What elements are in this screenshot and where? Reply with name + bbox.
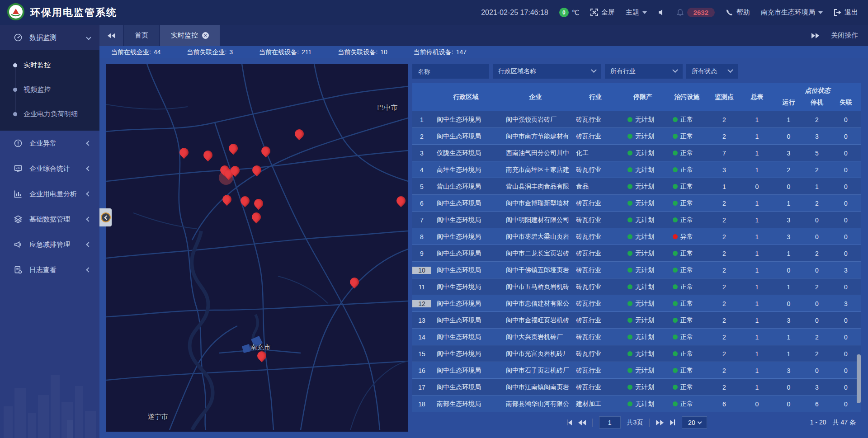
- cell-stop: 2: [803, 166, 830, 174]
- table-row[interactable]: 7阆中生态环境局阆中明阳建材有限公司砖瓦行业无计划正常21300: [412, 212, 861, 228]
- table-row[interactable]: 5营山生态环境局营山县润丰肉食品有限食品无计划正常10010: [412, 178, 861, 195]
- notifications-button[interactable]: 2632: [676, 8, 715, 17]
- org-dropdown[interactable]: 南充市生态环境局: [761, 8, 823, 17]
- sidebar-group-label: 企业异常: [29, 139, 87, 148]
- col-group-point-status: 点位状态: [774, 83, 861, 99]
- status-dot-icon: [627, 268, 632, 273]
- status-dot-icon: [673, 318, 678, 323]
- cell-company: 西南油气田分公司川中: [500, 149, 571, 157]
- table-row[interactable]: 15阆中生态环境局阆中市光富页岩机砖厂砖瓦行业无计划正常21120: [412, 345, 861, 362]
- mute-button[interactable]: [658, 9, 665, 16]
- logout-button[interactable]: 退出: [834, 8, 858, 17]
- table-row[interactable]: 16阆中生态环境局阆中市石子页岩机砖厂砖瓦行业无计划正常21300: [412, 362, 861, 379]
- sidebar-group-企业异常[interactable]: 企业异常: [0, 131, 99, 156]
- cell-company: 阆中大兴页岩机砖厂: [500, 333, 571, 341]
- cell-meters: 1: [740, 317, 774, 324]
- tab-realtime-monitor[interactable]: 实时监控 ✕: [160, 25, 220, 46]
- table-row[interactable]: 13阆中生态环境局阆中市金福旺页岩机砖砖瓦行业无计划正常21300: [412, 312, 861, 329]
- cell-meters: 1: [740, 283, 774, 291]
- sidebar-group-企业用电量分析[interactable]: 企业用电量分析: [0, 181, 99, 207]
- table-body[interactable]: 1阆中生态环境局阆中强锐页岩砖厂砖瓦行业无计划正常211202阆中生态环境局阆中…: [412, 111, 861, 413]
- status-select[interactable]: 所有状态: [686, 64, 738, 79]
- region-select[interactable]: 行政区域名称: [493, 64, 601, 79]
- table-row[interactable]: 11阆中生态环境局阆中市五马桥页岩机砖砖瓦行业无计划正常21120: [412, 278, 861, 295]
- industry-select[interactable]: 所有行业: [605, 64, 683, 79]
- phone-icon: [726, 9, 733, 16]
- sidebar-collapse-button[interactable]: [99, 208, 112, 226]
- total-pages-label: 共3页: [627, 419, 643, 427]
- prev-page-button[interactable]: [578, 420, 586, 425]
- name-search-input[interactable]: [412, 64, 489, 79]
- close-operations-button[interactable]: 关闭操作: [831, 31, 858, 40]
- sidebar-item-企业电力负荷明细[interactable]: 企业电力负荷明细: [0, 102, 99, 126]
- tab-close-icon[interactable]: ✕: [202, 32, 209, 39]
- sidebar-item-实时监控[interactable]: 实时监控: [0, 53, 99, 77]
- sidebar-group-基础数据管理[interactable]: 基础数据管理: [0, 207, 99, 232]
- chevron-icon: [86, 191, 91, 196]
- table-row[interactable]: 1阆中生态环境局阆中强锐页岩砖厂砖瓦行业无计划正常21120: [412, 111, 861, 128]
- pagination-bar: 1 共3页 20: [412, 413, 861, 432]
- cell-region: 阆中生态环境局: [431, 316, 500, 325]
- cell-company: 阆中明阳建材有限公司: [500, 216, 571, 224]
- status-dot-icon: [673, 368, 678, 373]
- help-button[interactable]: 帮助: [726, 8, 750, 17]
- tab-home[interactable]: 首页: [124, 25, 159, 46]
- fullscreen-button[interactable]: 全屏: [590, 8, 615, 17]
- cell-rownum: 2: [412, 133, 431, 140]
- double-chevron-left-icon: [108, 33, 115, 38]
- stat-label: 当前失联企业:: [187, 48, 226, 57]
- table-row[interactable]: 17阆中生态环境局阆中市江南镇阆南页岩砖瓦行业无计划正常21030: [412, 379, 861, 396]
- chevron-left-icon: [101, 212, 111, 222]
- cell-rownum: 14: [412, 334, 431, 341]
- cell-limit-status: 无计划: [620, 149, 665, 157]
- cell-meters: 1: [740, 133, 774, 140]
- status-dot-icon: [673, 301, 678, 306]
- last-page-button[interactable]: [670, 419, 675, 425]
- first-page-button[interactable]: [566, 419, 572, 425]
- table-row[interactable]: 14阆中生态环境局阆中大兴页岩机砖厂砖瓦行业无计划正常21120: [412, 329, 861, 345]
- cell-stop: 2: [803, 334, 830, 341]
- sidebar-group-日志查看[interactable]: 日志查看: [0, 257, 99, 283]
- top-header: 环保用电监管系统 2021-02-25 17:46:18 0 ℃ 全屏 主题: [0, 0, 868, 25]
- cell-meters: 1: [740, 267, 774, 274]
- sidebar-item-视频监控[interactable]: 视频监控: [0, 77, 99, 102]
- tabs-scroll-right-button[interactable]: [811, 33, 819, 38]
- theme-dropdown[interactable]: 主题: [626, 8, 647, 17]
- alert-circle-icon: [14, 139, 23, 148]
- table-row[interactable]: 8阆中生态环境局阆中市枣碧大梁山页岩砖瓦行业无计划异常21300: [412, 228, 861, 245]
- sidebar-group-数据监测[interactable]: 数据监测: [0, 25, 99, 50]
- table-row[interactable]: 12阆中生态环境局阆中市忠信建材有限公砖瓦行业无计划正常21003: [412, 295, 861, 312]
- cell-run: 3: [774, 317, 803, 324]
- cell-run: 1: [774, 116, 803, 123]
- cell-company: 阆中强锐页岩砖厂: [500, 116, 571, 124]
- sidebar-group-label: 企业综合统计: [29, 165, 87, 173]
- fullscreen-icon: [590, 9, 598, 16]
- table-row[interactable]: 3仪陇生态环境局西南油气田分公司川中化工无计划正常71350: [412, 145, 861, 161]
- cell-rownum: 12: [412, 300, 431, 307]
- stat-item: 当前在线企业:44: [111, 48, 160, 57]
- table-scrollbar[interactable]: [857, 354, 861, 403]
- page-size-select[interactable]: 20: [682, 416, 707, 429]
- table-row[interactable]: 18南部生态环境局南部县鸿华山河有限公建材加工无计划正常60060: [412, 396, 861, 412]
- cell-meters: 1: [740, 367, 774, 374]
- stat-item: 当前失联设备:10: [338, 48, 387, 57]
- sidebar-group-应急减排管理[interactable]: 应急减排管理: [0, 232, 99, 257]
- page-number-input[interactable]: 1: [599, 416, 621, 429]
- table-row[interactable]: 9阆中生态环境局阆中市二龙长宝页岩砖砖瓦行业无计划正常21120: [412, 245, 861, 262]
- table-row[interactable]: 6阆中生态环境局阆中市金博瑞新型墙材砖瓦行业无计划正常21120: [412, 195, 861, 212]
- table-row[interactable]: 4高坪生态环境局南充市高坪区王家店建砖瓦行业无计划正常31220: [412, 161, 861, 178]
- map-view[interactable]: 巴中市南充市遂宁市: [106, 64, 408, 432]
- tab-strip: 首页 实时监控 ✕ 关闭操作: [99, 25, 868, 46]
- cell-facility-status: 正常: [665, 316, 708, 325]
- tabs-scroll-left-button[interactable]: [99, 25, 123, 46]
- stats-board-icon: [14, 164, 23, 173]
- sidebar-group-企业综合统计[interactable]: 企业综合统计: [0, 156, 99, 181]
- chevron-down-icon: [591, 67, 597, 73]
- cell-limit-status: 无计划: [620, 132, 665, 141]
- table-row[interactable]: 2阆中生态环境局阆中市南方节能建材有砖瓦行业无计划正常21030: [412, 128, 861, 145]
- stat-item: 当前在线设备:211: [259, 48, 311, 57]
- next-page-button[interactable]: [656, 420, 664, 425]
- stat-item: 当前失联企业:3: [187, 48, 233, 57]
- cell-run: 3: [774, 367, 803, 374]
- table-row[interactable]: 10阆中生态环境局阆中千佛镇五郎垭页岩砖瓦行业无计划正常21003: [412, 262, 861, 278]
